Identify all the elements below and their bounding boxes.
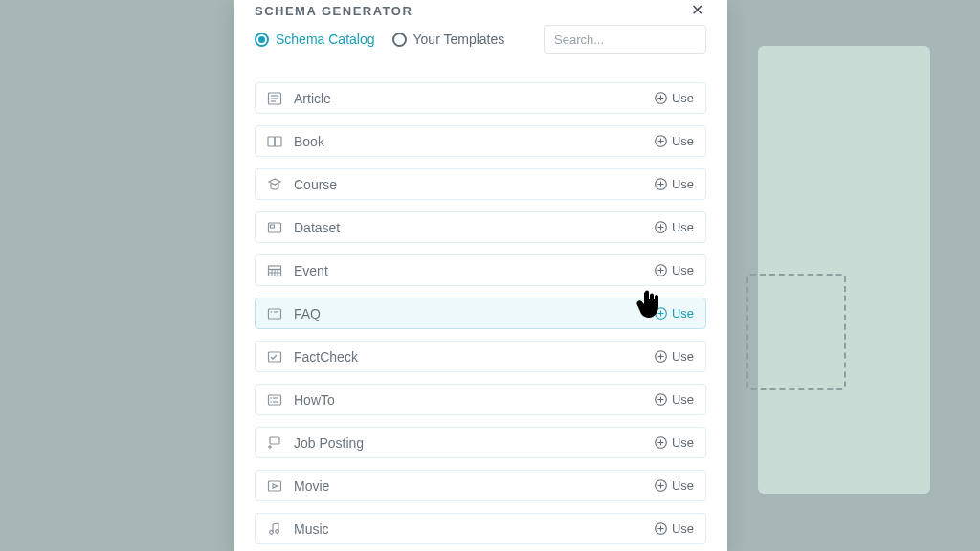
use-button[interactable]: Use xyxy=(655,91,694,105)
schema-label: Dataset xyxy=(294,220,655,235)
schema-row-howto[interactable]: HowToUse xyxy=(255,384,706,415)
search-wrap xyxy=(544,25,706,54)
plus-circle-icon xyxy=(655,92,667,104)
use-label: Use xyxy=(672,134,694,148)
use-label: Use xyxy=(672,521,694,536)
factcheck-icon xyxy=(267,350,282,364)
schema-row-job-posting[interactable]: Job PostingUse xyxy=(255,427,706,458)
tab-label: Schema Catalog xyxy=(276,32,375,47)
schema-row-book[interactable]: BookUse xyxy=(255,125,706,157)
plus-circle-icon xyxy=(655,393,667,406)
schema-row-faq[interactable]: FAQUse xyxy=(255,298,706,329)
howto-icon xyxy=(267,393,282,407)
use-button[interactable]: Use xyxy=(655,134,694,148)
close-button[interactable]: ✕ xyxy=(687,2,706,19)
search-input[interactable] xyxy=(544,25,706,54)
use-button[interactable]: Use xyxy=(655,478,694,493)
tab-your-templates[interactable]: Your Templates xyxy=(392,32,505,47)
schema-label: Music xyxy=(294,521,655,537)
schema-label: Article xyxy=(294,91,655,106)
plus-circle-icon xyxy=(655,178,667,190)
use-label: Use xyxy=(672,392,694,407)
plus-circle-icon xyxy=(655,350,667,363)
schema-list: ArticleUseBookUseCourseUseDatasetUseEven… xyxy=(234,54,727,551)
dataset-icon xyxy=(267,221,282,234)
plus-circle-icon xyxy=(655,479,667,492)
use-button[interactable]: Use xyxy=(655,306,694,320)
book-icon xyxy=(267,135,282,148)
use-label: Use xyxy=(672,91,694,105)
schema-row-course[interactable]: CourseUse xyxy=(255,168,706,200)
schema-label: Course xyxy=(294,177,655,192)
use-button[interactable]: Use xyxy=(655,392,694,407)
use-button[interactable]: Use xyxy=(655,220,694,234)
event-icon xyxy=(267,264,282,277)
use-label: Use xyxy=(672,263,694,277)
modal-header: SCHEMA GENERATOR ✕ xyxy=(234,0,727,19)
use-label: Use xyxy=(672,177,694,191)
plus-circle-icon xyxy=(655,307,667,320)
article-icon xyxy=(267,92,282,105)
schema-row-article[interactable]: ArticleUse xyxy=(255,82,706,114)
schema-label: FAQ xyxy=(294,306,655,321)
movie-icon xyxy=(267,479,282,493)
use-button[interactable]: Use xyxy=(655,521,694,536)
schema-label: Book xyxy=(294,134,655,149)
use-button[interactable]: Use xyxy=(655,349,694,364)
use-label: Use xyxy=(672,349,694,364)
schema-label: Event xyxy=(294,263,655,278)
plus-circle-icon xyxy=(655,436,667,449)
tab-schema-catalog[interactable]: Schema Catalog xyxy=(255,32,375,47)
background-dropzone xyxy=(746,274,846,390)
course-icon xyxy=(267,178,282,191)
use-label: Use xyxy=(672,435,694,450)
schema-row-dataset[interactable]: DatasetUse xyxy=(255,211,706,243)
jobposting-icon xyxy=(267,436,282,450)
schema-label: Job Posting xyxy=(294,435,655,451)
plus-circle-icon xyxy=(655,221,667,233)
schema-label: Movie xyxy=(294,478,655,494)
plus-circle-icon xyxy=(655,264,667,276)
radio-selected-icon xyxy=(255,33,269,47)
schema-row-factcheck[interactable]: FactCheckUse xyxy=(255,341,706,372)
music-icon xyxy=(267,522,282,536)
use-label: Use xyxy=(672,478,694,493)
use-button[interactable]: Use xyxy=(655,263,694,277)
use-label: Use xyxy=(672,306,694,320)
radio-unselected-icon xyxy=(392,33,407,47)
schema-label: FactCheck xyxy=(294,349,655,364)
tab-label: Your Templates xyxy=(413,32,505,47)
background-panel xyxy=(758,46,930,494)
tabs-row: Schema Catalog Your Templates xyxy=(234,19,727,54)
modal-title: SCHEMA GENERATOR xyxy=(255,4,412,18)
faq-icon xyxy=(267,307,282,320)
plus-circle-icon xyxy=(655,135,667,147)
close-icon: ✕ xyxy=(691,2,703,18)
use-button[interactable]: Use xyxy=(655,177,694,191)
schema-label: HowTo xyxy=(294,392,655,408)
schema-generator-modal: SCHEMA GENERATOR ✕ Schema Catalog Your T… xyxy=(234,0,727,551)
plus-circle-icon xyxy=(655,522,667,535)
use-label: Use xyxy=(672,220,694,234)
schema-row-movie[interactable]: MovieUse xyxy=(255,470,706,501)
schema-row-music[interactable]: MusicUse xyxy=(255,513,706,544)
schema-row-event[interactable]: EventUse xyxy=(255,254,706,286)
use-button[interactable]: Use xyxy=(655,435,694,450)
